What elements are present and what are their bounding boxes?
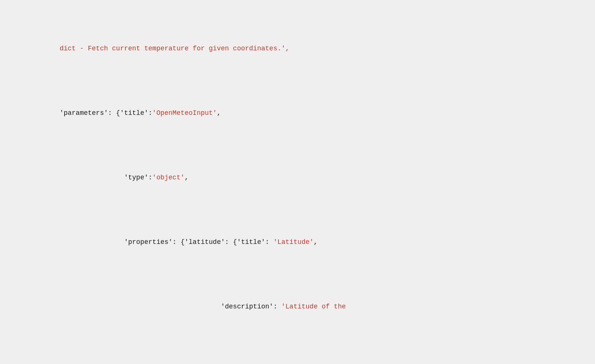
code-display: dict - Fetch current temperature for giv… [11,7,584,364]
line-4-black1: 'properties': {'latitude': {'title': [27,238,273,246]
line-3-black1: 'type': [27,174,152,181]
line-3-red1: 'object' [152,174,184,181]
line-4: 'properties': {'latitude': {'title': 'La… [11,226,584,258]
line-4-red1: 'Latitude' [273,238,314,246]
line-2-red1: 'OpenMeteoInput' [152,109,217,117]
line-2-black1: 'parameters': {'title': [27,109,152,117]
line-4-black2: , [314,238,318,246]
line-3-black2: , [185,174,189,181]
line-1-text: dict - Fetch current temperature for giv… [27,45,289,52]
line-6: location to fetch weather data for', [11,355,584,364]
line-2-black2: , [217,109,221,117]
line-3: 'type':'object', [11,161,584,194]
line-5-red1: 'Latitude of the [281,303,346,310]
line-5-black1: 'description': [27,303,281,310]
line-1: dict - Fetch current temperature for giv… [11,33,584,65]
line-2: 'parameters': {'title':'OpenMeteoInput', [11,97,584,129]
line-5: 'description': 'Latitude of the [11,291,584,323]
